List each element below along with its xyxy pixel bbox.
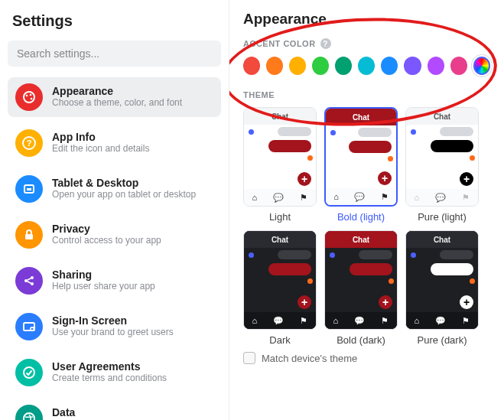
accent-swatch[interactable] [473, 57, 490, 75]
theme-caption: Light [269, 211, 291, 223]
accent-swatch[interactable] [428, 57, 444, 75]
flag-icon: ⚑ [462, 193, 470, 203]
help-icon[interactable]: ? [320, 38, 331, 49]
theme-preview-footer: ⌂💬⚑ [406, 312, 478, 329]
accent-swatch[interactable] [450, 57, 467, 75]
theme-caption: Dark [269, 334, 290, 346]
palette-icon [15, 83, 43, 111]
theme-caption: Bold (light) [337, 211, 385, 223]
appearance-panel: Appearance ACCENT COLOR ? THEME Chat+⌂💬⚑… [229, 0, 504, 420]
theme-preview-header: Chat [244, 231, 316, 248]
plus-icon: + [298, 295, 311, 309]
chat-icon: 💬 [273, 193, 284, 203]
sidebar-item-title: Data [52, 406, 184, 418]
home-icon: ⌂ [415, 193, 420, 202]
sidebar-item-sign-in-screen[interactable]: Sign-In ScreenUse your brand to greet us… [8, 307, 221, 347]
sidebar-item-title: Sign-In Screen [52, 314, 174, 327]
match-device-checkbox[interactable] [243, 352, 255, 364]
theme-preview-header: Chat [325, 231, 397, 248]
accent-swatch[interactable] [335, 57, 352, 75]
accent-swatch[interactable] [381, 57, 398, 75]
theme-preview-footer: ⌂💬⚑ [326, 188, 396, 205]
theme-preview-footer: ⌂💬⚑ [325, 312, 397, 329]
sidebar-item-user-agreements[interactable]: User AgreementsCreate terms and conditio… [8, 353, 221, 392]
theme-option-pure-light-[interactable]: Chat+⌂💬⚑Pure (light) [405, 107, 479, 223]
sidebar-item-sharing[interactable]: SharingHelp user share your app [8, 261, 221, 301]
plus-icon: + [378, 171, 392, 185]
sidebar-item-subtitle: Use your brand to greet users [52, 327, 174, 339]
home-icon: ⌂ [252, 316, 258, 325]
theme-preview-header: Chat [406, 108, 478, 125]
sidebar-item-appearance[interactable]: AppearanceChoose a theme, color, and fon… [8, 77, 221, 117]
accent-color-label: ACCENT COLOR ? [243, 38, 490, 49]
match-device-row[interactable]: Match device's theme [243, 352, 490, 364]
svg-point-2 [30, 94, 32, 96]
flag-icon: ⚑ [381, 316, 389, 326]
search-input[interactable] [8, 41, 221, 67]
sidebar-item-data[interactable]: DataManage data source and refresh [8, 399, 221, 420]
sidebar-item-subtitle: Edit the icon and details [52, 143, 149, 155]
sidebar-item-subtitle: Help user share your app [52, 281, 155, 293]
chat-icon: 💬 [435, 316, 446, 326]
flag-icon: ⚑ [381, 192, 389, 202]
svg-point-1 [26, 95, 28, 97]
theme-option-light[interactable]: Chat+⌂💬⚑Light [243, 107, 317, 223]
sidebar-item-app-info[interactable]: ?App InfoEdit the icon and details [8, 123, 221, 163]
plus-icon: + [460, 295, 473, 309]
accent-swatch[interactable] [358, 57, 375, 75]
sidebar-list: AppearanceChoose a theme, color, and fon… [8, 77, 221, 420]
svg-point-3 [31, 98, 33, 100]
home-icon: ⌂ [252, 193, 258, 202]
accent-swatch[interactable] [266, 57, 283, 75]
sidebar-item-subtitle: Create terms and conditions [52, 373, 167, 385]
svg-point-17 [24, 367, 34, 378]
theme-label: THEME [243, 90, 490, 99]
accent-color-row [243, 57, 490, 75]
theme-caption: Bold (dark) [337, 334, 385, 346]
theme-preview-footer: ⌂💬⚑ [406, 189, 478, 206]
svg-rect-8 [25, 234, 33, 239]
theme-option-bold-light-[interactable]: Chat+⌂💬⚑Bold (light) [324, 107, 398, 223]
sidebar-item-title: Tablet & Desktop [52, 177, 196, 189]
svg-text:?: ? [27, 138, 32, 148]
theme-caption: Pure (light) [418, 211, 467, 223]
sidebar-item-title: Appearance [52, 85, 182, 97]
chat-icon: 💬 [354, 192, 365, 202]
share-icon [15, 267, 43, 295]
accent-swatch[interactable] [289, 57, 306, 75]
svg-rect-7 [27, 188, 31, 190]
theme-preview-footer: ⌂💬⚑ [244, 312, 316, 329]
svg-line-12 [28, 278, 31, 280]
sidebar-item-title: Privacy [52, 223, 161, 235]
sidebar-item-tablet-desktop[interactable]: Tablet & DesktopOpen your app on tablet … [8, 169, 221, 209]
theme-option-dark[interactable]: Chat+⌂💬⚑Dark [243, 230, 317, 346]
lock-icon [15, 221, 43, 249]
sidebar-item-subtitle: Choose a theme, color, and font [52, 97, 182, 109]
theme-option-bold-dark-[interactable]: Chat+⌂💬⚑Bold (dark) [324, 230, 398, 346]
home-icon: ⌂ [415, 316, 420, 325]
theme-caption: Pure (dark) [417, 334, 467, 346]
theme-option-pure-dark-[interactable]: Chat+⌂💬⚑Pure (dark) [405, 230, 479, 346]
plus-icon: + [460, 172, 473, 186]
chat-icon: 💬 [273, 316, 284, 326]
home-icon: ⌂ [333, 316, 339, 325]
svg-rect-16 [31, 328, 34, 330]
theme-preview-header: Chat [326, 109, 396, 125]
accent-swatch[interactable] [243, 57, 260, 75]
flag-icon: ⚑ [462, 316, 470, 326]
accent-swatch[interactable] [312, 57, 329, 75]
theme-grid: Chat+⌂💬⚑LightChat+⌂💬⚑Bold (light)Chat+⌂💬… [243, 107, 490, 346]
svg-point-0 [24, 92, 34, 103]
sidebar-item-privacy[interactable]: PrivacyControl access to your app [8, 215, 221, 255]
accent-swatch[interactable] [404, 57, 421, 75]
chat-icon: 💬 [354, 316, 365, 326]
theme-preview-header: Chat [406, 231, 478, 248]
signin-icon [15, 313, 43, 340]
plus-icon: + [298, 172, 311, 186]
settings-sidebar: Settings AppearanceChoose a theme, color… [0, 0, 229, 420]
tablet-icon [15, 175, 43, 203]
data-icon [15, 405, 43, 420]
flag-icon: ⚑ [300, 193, 307, 203]
sidebar-item-title: Sharing [52, 269, 155, 281]
sidebar-title: Settings [8, 12, 221, 30]
